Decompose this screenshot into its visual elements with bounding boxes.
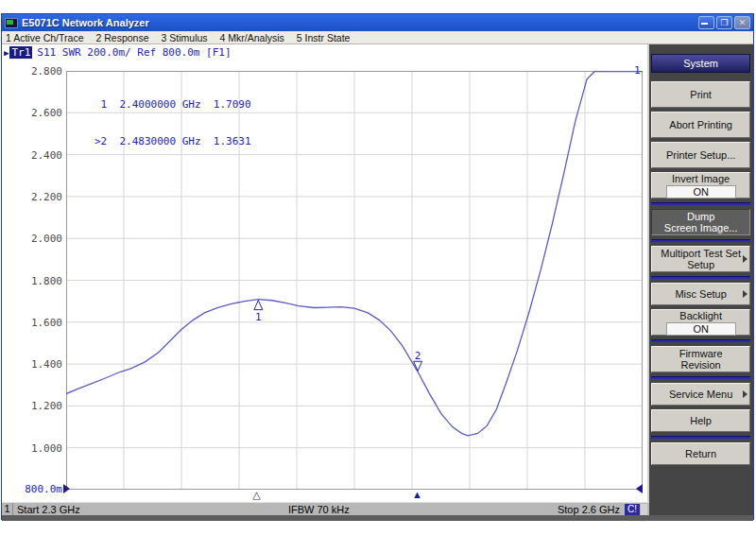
restore-button[interactable]: ❐: [716, 16, 732, 29]
window-title: E5071C Network Analyzer: [22, 17, 696, 28]
channel-status-bar: 1 Start 2.3 GHz IFBW 70 kHz Stop 2.6 GHz…: [2, 502, 649, 515]
softkey-label: Print: [690, 89, 712, 100]
softkey-group-separator: [651, 436, 750, 439]
softkey-sidebar: SystemPrintAbort PrintingPrinter Setup..…: [647, 44, 753, 515]
menu-item-3[interactable]: 3 Stimulus: [162, 32, 208, 43]
softkey-printer-setup[interactable]: Printer Setup...: [651, 142, 750, 168]
marker-2-readout: >2 2.4830000 GHz 1.3631: [94, 135, 251, 147]
stimulus-marker-2-icon[interactable]: ▲: [412, 489, 422, 500]
analyzer-screen: ▶ Tr1 S11 SWR 200.0m/ Ref 800.0m [F1] 2.…: [2, 44, 647, 515]
minimize-button[interactable]: [698, 16, 714, 29]
content-area: ▶ Tr1 S11 SWR 200.0m/ Ref 800.0m [F1] 2.…: [2, 44, 753, 515]
y-tick-label: 1.800: [17, 275, 62, 287]
softkey-label: System: [683, 58, 718, 69]
close-button[interactable]: ✕: [734, 16, 750, 29]
menu-item-4[interactable]: 4 Mkr/Analysis: [220, 32, 284, 43]
y-tick-label: 2.400: [17, 149, 62, 162]
softkey-label: Return: [685, 448, 716, 459]
reference-level-label: 800.0m: [17, 483, 62, 495]
menu-item-1[interactable]: 1 Active Ch/Trace: [6, 32, 83, 43]
softkey-label: Firmware Revision: [679, 348, 723, 371]
softkey-abort-printing[interactable]: Abort Printing: [651, 112, 750, 138]
channel-number: 1: [2, 503, 13, 515]
menu-bar: 1 Active Ch/Trace2 Response3 Stimulus4 M…: [2, 31, 753, 44]
calibration-status-badge: C!: [625, 504, 640, 515]
softkey-label: Abort Printing: [669, 119, 732, 130]
toggle-state-box: ON: [666, 322, 736, 336]
reference-level-marker-left-icon[interactable]: [63, 484, 70, 493]
softkey-help[interactable]: Help: [651, 409, 750, 432]
softkey-group-separator: [651, 339, 750, 342]
softkey-group-separator: [651, 376, 750, 379]
softkey-misc-setup[interactable]: Misc Setup: [651, 283, 750, 305]
softkey-group-separator: [651, 239, 750, 242]
ifbw-label: IFBW 70 kHz: [80, 504, 558, 515]
toggle-state-box: ON: [666, 185, 736, 199]
minimize-icon: [701, 23, 708, 25]
menu-item-5[interactable]: 5 Instr State: [297, 32, 351, 43]
marker-readout: 1 2.4000000 GHz 1.7090 >2 2.4830000 GHz …: [94, 74, 251, 172]
start-frequency-label: Start 2.3 GHz: [17, 504, 80, 515]
status-spare-box: [641, 504, 647, 515]
app-icon: [5, 18, 18, 28]
stop-frequency-label: Stop 2.6 GHz: [558, 504, 620, 515]
y-tick-label: 2.600: [17, 107, 62, 119]
y-tick-label: 2.800: [17, 65, 62, 78]
marker-2-number: 2: [415, 350, 421, 362]
softkey-label: Invert Image: [672, 173, 730, 184]
softkey-label: Printer Setup...: [666, 149, 735, 161]
softkey-label: Multiport Test Set Setup: [661, 248, 741, 270]
softkey-print[interactable]: Print: [651, 81, 750, 108]
app-window: E5071C Network Analyzer ❐ ✕ 1 Active Ch/…: [1, 13, 754, 520]
softkey-group-separator: [651, 276, 750, 279]
submenu-arrow-icon: [743, 290, 747, 298]
softkey-label: Service Menu: [669, 389, 732, 400]
trace-number-badge[interactable]: Tr1: [9, 46, 32, 59]
softkey-system: System: [651, 54, 750, 73]
softkey-label: Help: [690, 415, 712, 426]
y-tick-label: 1.000: [17, 442, 62, 455]
softkey-return[interactable]: Return: [651, 442, 750, 465]
active-trace-arrow-icon: ▶: [4, 48, 9, 58]
trace-format-label: S11 SWR 200.0m/ Ref 800.0m [F1]: [37, 46, 231, 59]
submenu-arrow-icon: [743, 390, 747, 398]
title-bar[interactable]: E5071C Network Analyzer ❐ ✕: [2, 14, 753, 31]
screen-bottom-strip: [2, 515, 753, 521]
softkey-backlight[interactable]: BacklightON: [651, 309, 750, 336]
y-tick-label: 1.600: [17, 317, 62, 329]
marker-1-symbol-icon[interactable]: [254, 301, 263, 310]
stimulus-marker-1-icon[interactable]: △: [252, 489, 260, 500]
reference-level-marker-right-icon: [636, 484, 643, 493]
softkey-label: Dump Screen Image...: [664, 211, 738, 233]
submenu-arrow-icon: [743, 255, 747, 263]
marker-1-number: 1: [255, 311, 262, 323]
softkey-label: Backlight: [679, 310, 722, 321]
softkey-label: Misc Setup: [675, 288, 726, 300]
softkey-dump-screen-image[interactable]: Dump Screen Image...: [651, 209, 750, 235]
y-tick-label: 1.400: [17, 358, 62, 371]
trace-status-line: ▶ Tr1 S11 SWR 200.0m/ Ref 800.0m [F1]: [4, 46, 232, 59]
softkey-group-separator: [651, 202, 750, 205]
softkey-invert-image[interactable]: Invert ImageON: [651, 172, 750, 199]
softkey-service-menu[interactable]: Service Menu: [651, 383, 750, 406]
marker-1-readout: 1 2.4000000 GHz 1.7090: [94, 98, 251, 111]
softkey-firmware-revision[interactable]: Firmware Revision: [651, 346, 750, 372]
y-tick-label: 2.200: [17, 191, 62, 203]
softkey-multiport-test-set-setup[interactable]: Multiport Test Set Setup: [651, 246, 750, 272]
y-tick-label: 1.200: [17, 400, 62, 412]
menu-item-2[interactable]: 2 Response: [95, 32, 148, 43]
trace-edge-number: 1: [634, 64, 641, 77]
y-tick-label: 2.000: [17, 233, 62, 245]
